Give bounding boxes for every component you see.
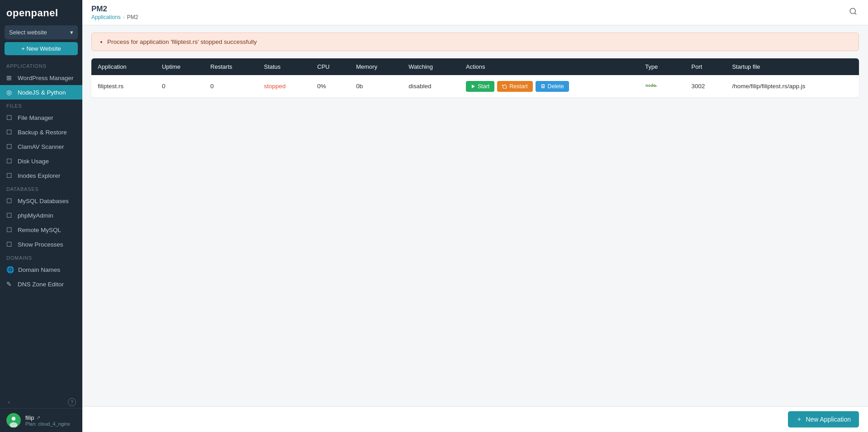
breadcrumb-applications[interactable]: Applications [91,14,121,20]
sidebar-item-wordpress[interactable]: ⊞ WordPress Manager [0,71,82,85]
sidebar-logo: openpanel [0,0,82,25]
col-port: Port [685,58,726,75]
sidebar-item-disk-usage[interactable]: ☐ Disk Usage [0,154,82,168]
cell-memory: 0b [350,75,402,97]
nodejs-type-icon: node ▶ [645,81,662,90]
cell-type: node ▶ [639,75,685,97]
sidebar-item-label: File Manager [18,114,53,121]
topbar-right [847,5,859,19]
search-icon [849,7,857,15]
cell-port: 3002 [685,75,726,97]
remote-db-icon: ☐ [6,226,14,233]
cell-cpu: 0% [311,75,350,97]
cell-application: filiptest.rs [91,75,156,97]
main-content: PM2 Applications › PM2 Process for appli… [82,0,868,432]
username[interactable]: filip ↗ [25,414,76,421]
sidebar-item-remote-mysql[interactable]: ☐ Remote MySQL [0,223,82,237]
col-application: Application [91,58,156,75]
svg-marker-5 [472,85,475,88]
sidebar-item-label: NodeJS & Python [18,89,66,96]
sidebar-item-backup[interactable]: ☐ Backup & Restore [0,125,82,139]
folder-icon: ☐ [6,114,14,121]
backup-icon: ☐ [6,128,14,136]
globe-icon: 🌐 [6,266,14,273]
sidebar-item-label: Remote MySQL [18,227,61,233]
user-info: filip ↗ Plan: cloud_4_nginx [25,414,76,427]
restart-icon [502,84,507,89]
sidebar-footer: filip ↗ Plan: cloud_4_nginx [0,408,82,432]
chevron-down-icon: ▾ [70,29,73,36]
cell-uptime: 0 [156,75,204,97]
inodes-icon: ☐ [6,172,14,179]
sidebar-bottom-bar: ‹ ? [0,395,82,408]
cell-restarts: 0 [204,75,257,97]
applications-table-container: Application Uptime Restarts Status CPU M… [91,58,859,97]
new-website-button[interactable]: + New Website [5,42,78,55]
wordpress-icon: ⊞ [6,74,14,81]
new-application-button[interactable]: ＋ New Application [788,411,859,427]
col-restarts: Restarts [204,58,257,75]
sidebar-item-nodejs[interactable]: ◎ NodeJS & Python [0,85,82,100]
sidebar-item-domain-names[interactable]: 🌐 Domain Names [0,262,82,277]
col-cpu: CPU [311,58,350,75]
sidebar-item-label: Inodes Explorer [18,172,61,179]
sidebar-item-label: Disk Usage [18,158,49,165]
database-icon: ☐ [6,197,14,204]
col-type: Type [639,58,685,75]
footer-bar: ＋ New Application [82,406,868,432]
alert-message: Process for application 'filiptest.rs' s… [107,38,851,45]
search-button[interactable] [847,5,859,19]
delete-button[interactable]: Delete [536,81,569,92]
svg-text:node: node [645,83,656,88]
sidebar-item-file-manager[interactable]: ☐ File Manager [0,110,82,125]
shield-icon: ☐ [6,143,14,150]
col-status: Status [257,58,311,75]
sidebar-item-label: Domain Names [18,266,60,273]
table-header-row: Application Uptime Restarts Status CPU M… [91,58,859,75]
select-website-dropdown[interactable]: Select website ▾ [5,25,78,39]
sidebar-item-clamav[interactable]: ☐ ClamAV Scanner [0,139,82,154]
sidebar-item-label: MySQL Databases [18,198,69,204]
external-link-icon: ↗ [36,415,40,421]
help-icon[interactable]: ? [68,398,76,406]
breadcrumb-separator: › [123,14,125,20]
databases-section-label: Databases [0,183,82,194]
content-area: Process for application 'filiptest.rs' s… [82,25,868,406]
sidebar-item-dns-zone[interactable]: ✎ DNS Zone Editor [0,277,82,291]
sidebar-item-label: Show Processes [18,241,63,248]
breadcrumb: Applications › PM2 [91,14,138,20]
cell-status: stopped [257,75,311,97]
sidebar-item-show-processes[interactable]: ☐ Show Processes [0,237,82,252]
select-website-label: Select website [9,29,47,36]
topbar: PM2 Applications › PM2 [82,0,868,25]
col-memory: Memory [350,58,402,75]
disk-icon: ☐ [6,157,14,165]
collapse-sidebar-button[interactable]: ‹ [6,398,12,406]
svg-point-1 [12,417,16,421]
sidebar-item-label: DNS Zone Editor [18,281,64,288]
sidebar: openpanel Select website ▾ + New Website… [0,0,82,432]
restart-button[interactable]: Restart [497,81,532,92]
phpmyadmin-icon: ☐ [6,212,14,219]
start-button[interactable]: Start [466,81,494,92]
sidebar-item-label: WordPress Manager [18,75,74,81]
sidebar-item-phpmyadmin[interactable]: ☐ phpMyAdmin [0,208,82,223]
sidebar-item-mysql[interactable]: ☐ MySQL Databases [0,194,82,208]
col-uptime: Uptime [156,58,204,75]
cell-startup-file: /home/filip/filiptest.rs/app.js [726,75,859,97]
topbar-left: PM2 Applications › PM2 [91,5,138,20]
files-section-label: Files [0,100,82,110]
sidebar-item-inodes[interactable]: ☐ Inodes Explorer [0,168,82,183]
dns-icon: ✎ [6,280,14,288]
svg-line-4 [854,13,856,14]
col-actions: Actions [460,58,639,75]
table-body: filiptest.rs 0 0 stopped 0% 0b disabled … [91,75,859,97]
trash-icon [541,84,545,89]
sidebar-item-label: Backup & Restore [18,129,67,136]
col-watching: Watching [402,58,460,75]
sidebar-item-label: phpMyAdmin [18,212,53,219]
avatar [6,413,21,427]
new-website-label: + New Website [21,45,61,52]
applications-section-label: Applications [0,60,82,71]
new-application-label: New Application [806,416,851,423]
